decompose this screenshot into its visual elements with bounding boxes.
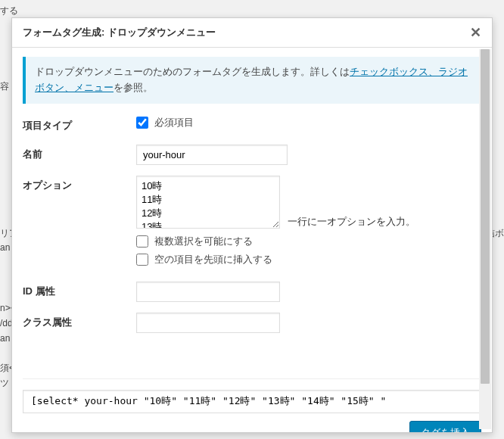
modal-overlay: フォームタグ生成: ドロップダウンメニュー ✕ ドロップダウンメニューのためのフ… [0, 0, 504, 439]
options-hint: 一行に一オプションを入力。 [288, 215, 415, 229]
id-input[interactable] [136, 282, 280, 302]
notice-text-after: を参照。 [114, 82, 153, 93]
options-textarea[interactable]: 10時 11時 12時 13時 14時 15時 [136, 176, 280, 229]
label-id: ID 属性 [23, 282, 136, 298]
row-id: ID 属性 [23, 282, 481, 302]
row-type: 項目タイプ 必須項目 [23, 116, 481, 134]
label-type: 項目タイプ [23, 116, 136, 132]
scrollbar-thumb[interactable] [481, 49, 490, 384]
multiple-checkbox[interactable] [136, 235, 148, 248]
notice-text: ドロップダウンメニューのためのフォームタグを生成します。詳しくは [35, 66, 350, 77]
label-name: 名前 [23, 145, 136, 161]
label-options: オプション [23, 176, 136, 192]
modal-title: フォームタグ生成: ドロップダウンメニュー [23, 26, 216, 39]
output-section: タグを挿入 この項目に入力された値をメールの項目で使用するには、対応するメールタ… [23, 378, 481, 432]
notice-box: ドロップダウンメニューのためのフォームタグを生成します。詳しくはチェックボックス… [23, 57, 481, 104]
class-input[interactable] [136, 313, 280, 333]
scrollbar-track[interactable] [479, 49, 491, 429]
row-class: クラス属性 [23, 313, 481, 333]
insert-tag-button[interactable]: タグを挿入 [409, 421, 481, 432]
tag-output[interactable] [23, 390, 481, 413]
modal-header: フォームタグ生成: ドロップダウンメニュー ✕ [12, 18, 492, 48]
blank-checkbox[interactable] [136, 254, 148, 266]
required-checkbox-row[interactable]: 必須項目 [136, 116, 481, 129]
row-options: オプション 10時 11時 12時 13時 14時 15時 一行に一オプションを… [23, 176, 481, 271]
name-input[interactable] [136, 145, 288, 165]
close-icon[interactable]: ✕ [470, 26, 481, 39]
form-tag-modal: フォームタグ生成: ドロップダウンメニュー ✕ ドロップダウンメニューのためのフ… [11, 17, 493, 433]
blank-checkbox-row[interactable]: 空の項目を先頭に挿入する [136, 253, 481, 266]
label-class: クラス属性 [23, 313, 136, 329]
blank-checkbox-label[interactable]: 空の項目を先頭に挿入する [154, 253, 272, 266]
required-checkbox-label[interactable]: 必須項目 [154, 116, 194, 129]
row-name: 名前 [23, 145, 481, 165]
modal-body: ドロップダウンメニューのためのフォームタグを生成します。詳しくはチェックボックス… [12, 48, 492, 432]
multiple-checkbox-row[interactable]: 複数選択を可能にする [136, 235, 481, 248]
multiple-checkbox-label[interactable]: 複数選択を可能にする [154, 235, 253, 248]
required-checkbox[interactable] [136, 117, 148, 129]
